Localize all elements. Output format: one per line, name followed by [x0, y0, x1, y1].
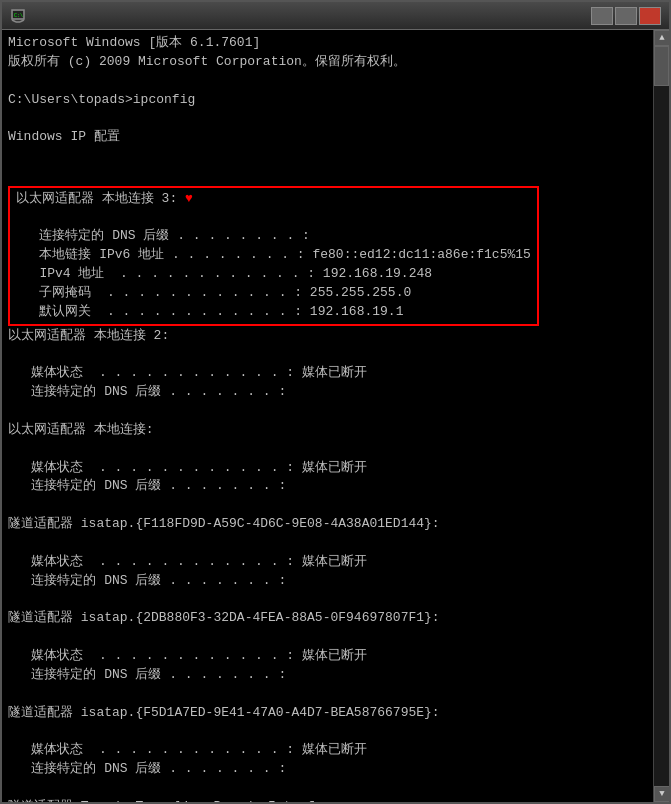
terminal-line: 隧道适配器 isatap.{F118FD9D-A59C-4D6C-9E08-4A…: [8, 516, 440, 531]
terminal-line: 连接特定的 DNS 后缀 . . . . . . . :: [8, 384, 286, 399]
terminal-line: 以太网适配器 本地连接 2:: [8, 328, 169, 343]
terminal-line: 隧道适配器 Teredo Tunneling Pseudo-Interface:: [8, 799, 346, 802]
scroll-track[interactable]: [654, 46, 669, 786]
terminal-line: 隧道适配器 isatap.{F5D1A7ED-9E41-47A0-A4D7-BE…: [8, 705, 440, 720]
terminal-line: 子网掩码 . . . . . . . . . . . . : 255.255.2…: [16, 285, 411, 300]
svg-line-2: [12, 20, 16, 22]
title-bar-buttons: [591, 7, 661, 25]
maximize-button[interactable]: [615, 7, 637, 25]
terminal-line: 连接特定的 DNS 后缀 . . . . . . . :: [8, 478, 286, 493]
svg-line-3: [20, 20, 24, 22]
scroll-down-button[interactable]: ▼: [654, 786, 669, 802]
title-bar: C:\: [2, 2, 669, 30]
cmd-window: C:\ Microsoft Windows [版本 6.1.7601] 版权所有…: [0, 0, 671, 804]
scroll-up-button[interactable]: ▲: [654, 30, 669, 46]
terminal-line: 媒体状态 . . . . . . . . . . . . : 媒体已断开: [8, 365, 367, 380]
terminal-line: 本地链接 IPv6 地址 . . . . . . . . : fe80::ed1…: [16, 247, 531, 262]
close-button[interactable]: [639, 7, 661, 25]
terminal-line: IPv4 地址 . . . . . . . . . . . . : 192.16…: [16, 266, 432, 281]
terminal-line: Windows IP 配置: [8, 129, 120, 144]
terminal-line: 隧道适配器 isatap.{2DB880F3-32DA-4FEA-88A5-0F…: [8, 610, 440, 625]
terminal-output[interactable]: Microsoft Windows [版本 6.1.7601] 版权所有 (c)…: [2, 30, 653, 802]
scroll-thumb[interactable]: [654, 46, 669, 86]
terminal-line: 以太网适配器 本地连接:: [8, 422, 154, 437]
terminal-line: 默认网关 . . . . . . . . . . . . : 192.168.1…: [16, 304, 403, 319]
minimize-button[interactable]: [591, 7, 613, 25]
window-icon: C:\: [10, 8, 26, 24]
content-area: Microsoft Windows [版本 6.1.7601] 版权所有 (c)…: [2, 30, 669, 802]
terminal-line: 媒体状态 . . . . . . . . . . . . : 媒体已断开: [8, 648, 367, 663]
svg-text:C:\: C:\: [14, 13, 23, 19]
scrollbar[interactable]: ▲ ▼: [653, 30, 669, 802]
terminal-line: Microsoft Windows [版本 6.1.7601]: [8, 35, 260, 50]
red-heart-mark: ♥: [185, 191, 193, 206]
terminal-line: 连接特定的 DNS 后缀 . . . . . . . . :: [16, 228, 318, 243]
terminal-line: 连接特定的 DNS 后缀 . . . . . . . :: [8, 667, 286, 682]
terminal-line: C:\Users\topads>ipconfig: [8, 92, 195, 107]
terminal-line: 媒体状态 . . . . . . . . . . . . : 媒体已断开: [8, 460, 367, 475]
terminal-line: 连接特定的 DNS 后缀 . . . . . . . :: [8, 573, 286, 588]
terminal-line: 媒体状态 . . . . . . . . . . . . : 媒体已断开: [8, 554, 367, 569]
terminal-line: 媒体状态 . . . . . . . . . . . . : 媒体已断开: [8, 742, 367, 757]
terminal-line: 版权所有 (c) 2009 Microsoft Corporation。保留所有…: [8, 54, 406, 69]
terminal-line: 以太网适配器 本地连接 3: ♥: [16, 191, 193, 206]
terminal-line: 连接特定的 DNS 后缀 . . . . . . . :: [8, 761, 286, 776]
